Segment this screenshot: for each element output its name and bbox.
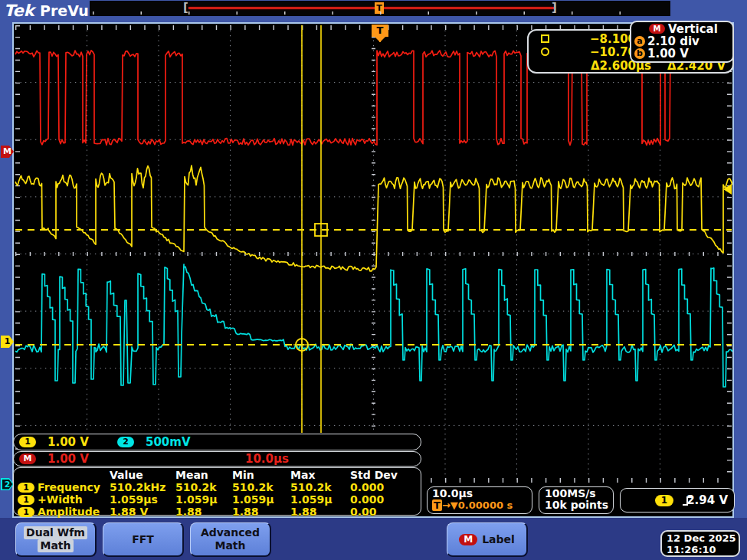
col-header-mean: Mean: [175, 469, 232, 481]
meas-src-badge: 1: [18, 483, 34, 493]
meas-min: 1.059µ: [232, 493, 290, 506]
meas-min: 1.88: [232, 506, 290, 518]
label-button[interactable]: M Label: [447, 522, 528, 557]
trigger-source-badge: 1: [655, 495, 673, 506]
trigger-position-readout: T→▼0.00000 s: [432, 499, 532, 511]
fft-button[interactable]: FFT: [103, 522, 184, 557]
record-window-bracket-right: ]: [552, 1, 557, 15]
right-reference-arrow-icon: [723, 184, 732, 195]
fft-label: FFT: [132, 533, 154, 546]
meas-mean: 1.059µ: [175, 493, 232, 506]
meas-std: 0.000: [350, 481, 404, 493]
tek-logo: Tek: [4, 2, 34, 20]
measurement-header-row: Value Mean Min Max Std Dev: [18, 469, 421, 481]
channel-scale-bar: 1 1.00 V 2 500mV: [13, 434, 421, 450]
trigger-level-value: 2.94 V: [686, 493, 728, 507]
ch2-position-marker-label: 2: [2, 480, 13, 490]
horizontal-readout-box: 10.0µs T→▼0.00000 s: [427, 486, 532, 514]
time-value: 11:26:10: [667, 544, 739, 555]
math-badge: M: [649, 24, 665, 34]
meas-max: 1.059µ: [290, 493, 350, 506]
cursor-b-circle-icon: [541, 47, 549, 56]
col-header-max: Max: [290, 469, 350, 481]
acquisition-mode-label: PreVu: [40, 2, 89, 19]
record-trigger-marker[interactable]: T: [375, 2, 384, 14]
dual-wfm-math-button[interactable]: Dual Wfm Math: [15, 522, 97, 557]
math-timebase: 10.0µs: [245, 452, 289, 466]
meas-min: 510.2k: [232, 481, 290, 493]
advanced-math-label-line1: Advanced: [201, 526, 260, 539]
meas-name: Frequency: [38, 481, 100, 493]
ch2-badge[interactable]: 2: [117, 437, 134, 447]
acquisition-readout-box: 100MS/s 10k points: [539, 486, 614, 514]
cursor-a-square-icon: [541, 34, 549, 43]
trigger-position-flag[interactable]: T: [372, 25, 388, 37]
ch2-scale[interactable]: 500mV: [146, 435, 191, 449]
label-button-text: Label: [482, 533, 515, 546]
meas-name: Amplitude: [38, 506, 100, 518]
label-button-m-badge: M: [459, 534, 477, 545]
trigger-arrow-icon: →▼: [442, 499, 458, 511]
title-bar: Tek PreVu [ ] T: [0, 0, 747, 22]
datetime-box: 12 Dec 2025 11:26:10: [660, 530, 740, 557]
measurement-row-frequency: 1Frequency 510.2kHz 510.2k 510.2k 510.2k…: [18, 481, 421, 493]
record-window-bracket-left: [: [183, 1, 188, 15]
math-badge-bar[interactable]: M: [19, 454, 36, 464]
math-scale[interactable]: 1.00 V: [48, 452, 89, 466]
ch1-badge[interactable]: 1: [19, 437, 36, 447]
col-header-value: Value: [110, 469, 175, 481]
knob-b-icon: b: [634, 48, 645, 59]
math-scale-bar: M 1.00 V 10.0µs: [13, 451, 421, 467]
ch1-scale[interactable]: 1.00 V: [48, 435, 89, 449]
meas-src-badge: 1: [18, 495, 34, 505]
meas-max: 1.88: [290, 506, 350, 518]
trigger-position-value: 0.00000 s: [458, 499, 513, 511]
meas-std: 0.000: [350, 493, 404, 506]
trigger-t-icon: T: [432, 499, 442, 511]
measurement-table: Value Mean Min Max Std Dev 1Frequency 51…: [13, 467, 421, 516]
meas-name: +Width: [38, 493, 83, 506]
dual-wfm-math-label-line2: Math: [38, 539, 73, 552]
measurement-row-pwidth: 1+Width 1.059µs 1.059µ 1.059µ 1.059µ 0.0…: [18, 493, 421, 506]
advanced-math-button[interactable]: Advanced Math: [190, 522, 271, 557]
meas-src-badge: 1: [18, 507, 34, 517]
dual-wfm-math-label-line1: Dual Wfm: [24, 526, 87, 539]
vertical-menu-box: M Vertical a 2.10 div b 1.00 V: [630, 21, 734, 63]
meas-value: 1.059µs: [110, 493, 175, 506]
meas-mean: 1.88: [175, 506, 232, 518]
measurement-row-amplitude: 1Amplitude 1.88 V 1.88 1.88 1.88 0.00: [18, 506, 421, 518]
meas-std: 0.00: [350, 506, 404, 518]
knob-a-icon: a: [634, 36, 645, 47]
meas-mean: 510.2k: [175, 481, 232, 493]
record-waveform-line: [188, 7, 554, 9]
meas-value: 1.88 V: [110, 506, 175, 518]
oscilloscope-screen: Tek PreVu [ ] T T M 1 2 −8.100µs −10.70µ…: [0, 0, 747, 560]
record-length-value: 10k points: [545, 499, 613, 511]
col-header-min: Min: [232, 469, 290, 481]
meas-max: 510.2k: [290, 481, 350, 493]
advanced-math-label-line2: Math: [215, 539, 245, 552]
col-header-stddev: Std Dev: [350, 469, 404, 481]
sample-rate-value: 100MS/s: [545, 488, 613, 499]
date-value: 12 Dec 2025: [667, 532, 739, 544]
trigger-readout-box: 1 2.94 V: [620, 488, 735, 513]
timebase-value: 10.0µs: [432, 488, 532, 499]
record-view-bar: [ ] T: [90, 1, 670, 16]
meas-value: 510.2kHz: [110, 481, 175, 493]
knob-b-value[interactable]: 1.00 V: [647, 47, 689, 61]
